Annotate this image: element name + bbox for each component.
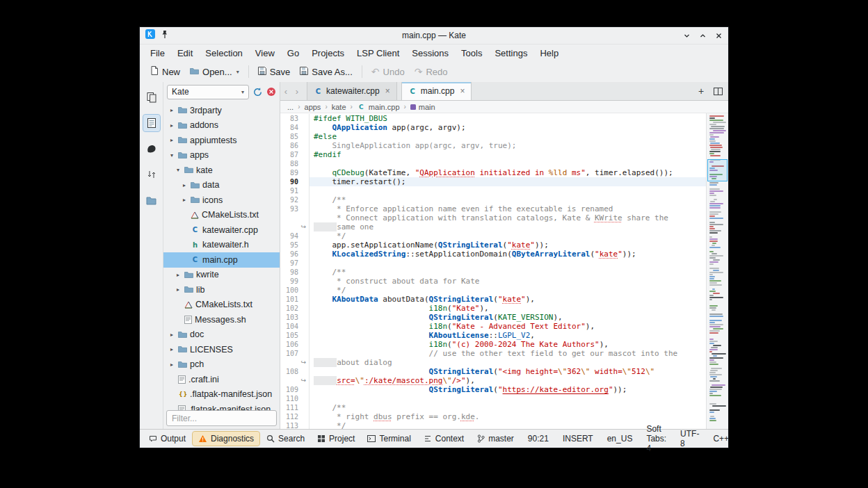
tab-scroll-right-button[interactable]: › <box>291 82 303 100</box>
expander-icon[interactable]: ▾ <box>175 167 182 173</box>
expander-icon[interactable]: ▸ <box>168 361 175 368</box>
tab-scroll-left-button[interactable]: ‹ <box>280 82 291 100</box>
clipboard-tool-button[interactable] <box>143 89 160 106</box>
minimize-button[interactable] <box>683 32 691 40</box>
breadcrumb-item-kate[interactable]: kate <box>332 103 346 111</box>
tab-main-cpp[interactable]: Cmain.cpp× <box>401 82 472 100</box>
status-master[interactable]: master <box>471 432 520 446</box>
tree-item-doc[interactable]: ▸doc <box>163 327 280 343</box>
breadcrumb-item-apps[interactable]: apps <box>305 103 321 111</box>
diff-tool-button[interactable] <box>143 166 160 183</box>
tree-item-addons[interactable]: ▸addons <box>163 118 280 133</box>
editor-text-area[interactable]: 83#ifdef WITH_DBUS84 QApplication app(ar… <box>280 113 706 429</box>
code-line-110: 110 <box>280 394 706 403</box>
tree-item-messages-sh[interactable]: Messages.sh <box>163 312 280 327</box>
menu-tools[interactable]: Tools <box>455 46 488 60</box>
kate-tool-button[interactable] <box>143 140 160 157</box>
expander-icon[interactable]: ▸ <box>181 197 188 203</box>
tree-item-cmakelists-txt[interactable]: CMakeLists.txt <box>163 208 280 223</box>
filter-input[interactable] <box>166 410 277 426</box>
close-button[interactable] <box>715 32 723 40</box>
save-as-button[interactable]: Save As... <box>295 64 357 80</box>
status-output-button[interactable]: Output <box>143 432 191 446</box>
folder-icon <box>178 122 187 129</box>
reload-project-button[interactable] <box>252 87 263 97</box>
close-project-button[interactable] <box>266 87 276 97</box>
tree-item-flatpak-manifest-json[interactable]: { }.flatpak-manifest.json <box>163 387 280 402</box>
breadcrumb-item-main[interactable]: main <box>410 103 435 111</box>
status-context-button[interactable]: Context <box>418 432 469 446</box>
expander-icon[interactable]: ▸ <box>168 346 175 352</box>
tree-item-lib[interactable]: ▸lib <box>163 282 280 298</box>
redo-button[interactable]: ↷ Redo <box>410 64 453 80</box>
save-button[interactable]: Save <box>253 64 296 80</box>
tree-item-appiumtests[interactable]: ▸appiumtests <box>163 133 280 148</box>
close-tab-icon[interactable]: × <box>385 86 390 96</box>
status-search-button[interactable]: Search <box>261 432 310 446</box>
tree-item-icons[interactable]: ▸icons <box>163 193 280 208</box>
tree-item-licenses[interactable]: ▸LICENSES <box>163 342 280 357</box>
status-en-us[interactable]: en_US <box>601 432 639 446</box>
status-c[interactable]: C++ <box>707 432 735 446</box>
tree-item-kwrite[interactable]: ▸kwrite <box>163 268 280 283</box>
status-value: C++ <box>713 434 729 444</box>
menu-help[interactable]: Help <box>533 46 565 60</box>
breadcrumb-item-[interactable]: ... <box>287 103 294 111</box>
tab-katewaiter-cpp[interactable]: Ckatewaiter.cpp× <box>307 82 397 100</box>
tree-item-katewaiter-h[interactable]: hkatewaiter.h <box>163 238 280 253</box>
new-tab-button[interactable]: + <box>694 84 708 98</box>
status-project-button[interactable]: Project <box>312 432 360 446</box>
maximize-button[interactable] <box>699 32 707 40</box>
file-icon <box>184 316 192 324</box>
tree-item-craft-ini[interactable]: .craft.ini <box>163 372 280 387</box>
menu-lsp-client[interactable]: LSP Client <box>351 46 405 60</box>
menu-selection[interactable]: Selection <box>199 46 248 60</box>
minimap-viewport[interactable] <box>707 159 728 181</box>
titlebar[interactable]: main.cpp — Kate <box>140 27 728 44</box>
documents-tool-button[interactable] <box>143 115 160 131</box>
tree-item-main-cpp[interactable]: Cmain.cpp <box>163 252 280 268</box>
tree-item-3rdparty[interactable]: ▸3rdparty <box>163 103 280 118</box>
tree-item-kate[interactable]: ▾kate <box>163 163 280 178</box>
status-diagnostics-button[interactable]: Diagnostics <box>193 432 259 446</box>
open-button[interactable]: Open... ▾ <box>185 64 244 80</box>
minimap-scrollbar[interactable] <box>706 113 728 429</box>
breadcrumb-item-main-cpp[interactable]: Cmain.cpp <box>357 103 400 111</box>
status-utf-8[interactable]: UTF-8 <box>674 427 705 450</box>
expander-icon[interactable]: ▸ <box>168 137 175 143</box>
tree-item-katewaiter-cpp[interactable]: Ckatewaiter.cpp <box>163 222 280 238</box>
tree-item-data[interactable]: ▸data <box>163 178 280 193</box>
menu-projects[interactable]: Projects <box>305 46 351 60</box>
menu-edit[interactable]: Edit <box>171 46 199 60</box>
status-90-21[interactable]: 90:21 <box>522 432 555 446</box>
menu-settings[interactable]: Settings <box>488 46 533 60</box>
expander-icon[interactable]: ▸ <box>168 107 175 113</box>
tree-item-pch[interactable]: ▸pch <box>163 357 280 373</box>
menu-view[interactable]: View <box>249 46 281 60</box>
expander-icon[interactable]: ▸ <box>168 332 175 338</box>
menu-go[interactable]: Go <box>281 46 305 60</box>
projects-panel: Kate ▾ ▸3rdparty▸addons▸appiumtests▾apps… <box>163 82 280 429</box>
project-selector[interactable]: Kate ▾ <box>167 85 249 99</box>
menu-sessions[interactable]: Sessions <box>405 46 455 60</box>
status-terminal-button[interactable]: Terminal <box>362 432 416 446</box>
pin-icon[interactable] <box>161 29 168 42</box>
expander-icon[interactable]: ▸ <box>181 182 188 188</box>
expander-icon[interactable]: ▾ <box>168 152 175 158</box>
close-tab-icon[interactable]: × <box>460 86 465 96</box>
line-number: 112 <box>280 412 298 421</box>
tree-item-apps[interactable]: ▾apps <box>163 148 280 163</box>
split-view-button[interactable] <box>711 84 725 98</box>
new-button[interactable]: New <box>145 63 185 80</box>
line-number: 93 <box>280 204 298 213</box>
expander-icon[interactable]: ▸ <box>175 286 182 293</box>
status-insert[interactable]: INSERT <box>556 432 600 446</box>
expander-icon[interactable]: ▸ <box>175 272 182 278</box>
menu-file[interactable]: File <box>144 46 171 60</box>
filesystem-tool-button[interactable] <box>143 192 160 209</box>
undo-button[interactable]: ↶ Undo <box>367 64 410 80</box>
toolbar: New Open... ▾ Save Save As... ↶ Undo <box>140 61 728 82</box>
tree-item-cmakelists-txt[interactable]: CMakeLists.txt <box>163 298 280 313</box>
expander-icon[interactable]: ▸ <box>168 122 175 129</box>
code-line-109: 109 QStringLiteral("https://kate-editor.… <box>280 385 706 394</box>
